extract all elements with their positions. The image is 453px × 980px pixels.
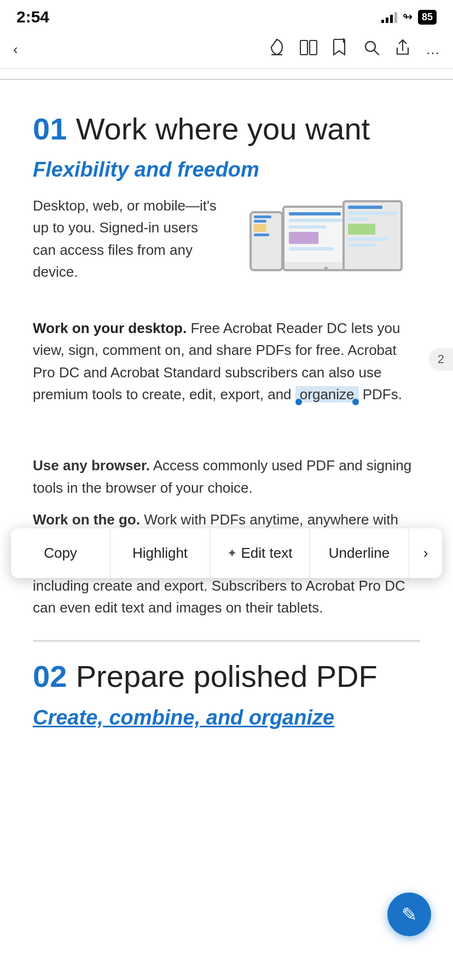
context-menu: Copy Highlight ✦ Edit text Underline › [11, 528, 442, 578]
page-number-badge: 2 [429, 348, 453, 371]
edit-text-button[interactable]: ✦ Edit text [210, 528, 310, 578]
selection-handle-end [352, 399, 359, 405]
image-column [232, 195, 420, 304]
toolbar-right: … [269, 38, 440, 61]
reading-mode-icon[interactable] [300, 40, 317, 59]
phone-device [249, 211, 283, 271]
toolbar: ‹ [0, 31, 453, 69]
section-02-subtitle: Create, combine, and organize [33, 706, 420, 730]
section-01-subtitle: Flexibility and freedom [33, 158, 420, 182]
section-02-header: 02 Prepare polished PDF [33, 658, 420, 695]
copy-button[interactable]: Copy [11, 528, 111, 578]
svg-rect-1 [300, 40, 307, 55]
section-01-header: 01 Work where you want [33, 110, 420, 147]
wifi-icon: ↬ [403, 10, 413, 24]
section-01-number: 01 [33, 112, 67, 146]
section-01-title: Work where you want [76, 112, 370, 146]
text-column: Desktop, web, or mobile—it's up to you. … [33, 195, 221, 283]
back-button[interactable]: ‹ [13, 41, 18, 58]
status-time: 2:54 [16, 8, 49, 26]
page-break-divider [33, 640, 420, 641]
svg-rect-2 [310, 40, 317, 55]
more-options-button[interactable]: › [409, 528, 442, 578]
browser-paragraph: Use any browser. Access commonly used PD… [33, 454, 420, 499]
more-icon[interactable]: … [426, 41, 440, 58]
underline-button[interactable]: Underline [310, 528, 409, 578]
browser-bold: Use any browser. [33, 457, 150, 474]
content-area: 2 01 Work where you want Flexibility and… [0, 80, 453, 746]
selection-handle-start [295, 399, 302, 405]
search-icon[interactable] [363, 39, 380, 60]
fab-edit-button[interactable]: ✎ [387, 892, 431, 936]
battery-indicator: 85 [418, 10, 437, 25]
desktop-bold: Work on your desktop. [33, 320, 187, 336]
highlight-button[interactable]: Highlight [111, 528, 210, 578]
two-col-layout: Desktop, web, or mobile—it's up to you. … [33, 195, 420, 304]
desktop-paragraph: Work on your desktop. Free Acrobat Reade… [33, 317, 420, 405]
section-02-number: 02 [33, 659, 67, 693]
edit-star-icon: ✦ [227, 546, 237, 561]
selected-word: organize [295, 386, 359, 402]
bookmark-icon[interactable] [333, 38, 348, 61]
fab-pencil-icon: ✎ [402, 903, 417, 925]
section-02-title: Prepare polished PDF [76, 659, 378, 693]
share-icon[interactable] [395, 39, 410, 60]
appearance-icon[interactable] [269, 38, 284, 61]
status-icons: ↬ 85 [381, 10, 437, 25]
device-illustration [249, 195, 403, 304]
svg-line-6 [374, 50, 379, 55]
mobile-bold: Work on the go. [33, 511, 140, 528]
status-bar: 2:54 ↬ 85 [0, 0, 453, 31]
signal-icon [381, 11, 397, 23]
tablet-device [342, 200, 403, 271]
intro-paragraph: Desktop, web, or mobile—it's up to you. … [33, 195, 221, 283]
toolbar-left: ‹ [13, 41, 18, 58]
